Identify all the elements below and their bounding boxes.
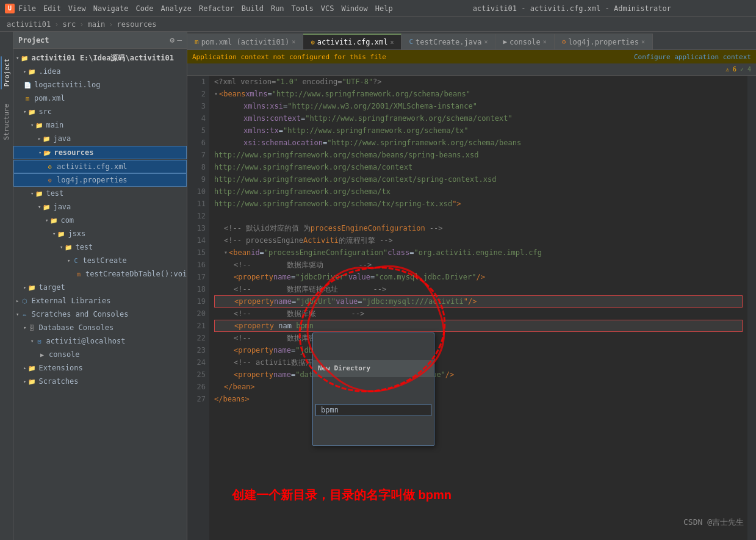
code-line-18: <!-- 数据库链接地址 --> <box>214 283 743 295</box>
tree-label-log4j: log4j.properties <box>57 176 128 184</box>
tree-label-method: testCreateDbTable():void <box>85 270 187 278</box>
sidebar-icon-collapse[interactable]: — <box>177 35 182 45</box>
menu-refactor[interactable]: Refactor <box>199 4 234 13</box>
badge-warnings: ⚠ 6 <box>725 66 736 73</box>
tree-item-java-main[interactable]: ▸ 📁 java <box>13 132 187 145</box>
warning-message: Application context not configured for t… <box>192 53 386 61</box>
tab-label-console: console <box>509 38 541 46</box>
tab-label-cfg: activiti.cfg.xml <box>317 38 388 46</box>
folder-icon-java-main: 📁 <box>42 134 51 143</box>
tree-item-scratches[interactable]: ▾ ✏ Scratches and Consoles <box>13 308 187 321</box>
code-line-22: <!-- 数据库密码 --> <box>214 332 743 344</box>
tab-close-console[interactable]: × <box>543 38 547 45</box>
vtab-project[interactable]: Project <box>1 56 12 89</box>
tab-activiti-cfg[interactable]: ⚙ activiti.cfg.xml × <box>303 34 401 49</box>
tree-item-db-consoles[interactable]: ▾ 🗄 Database Consoles <box>13 321 187 334</box>
sidebar-icons[interactable]: ⚙ — <box>170 35 182 45</box>
tab-console[interactable]: ▶ console × <box>495 34 554 49</box>
tab-close-cfg[interactable]: × <box>390 39 394 46</box>
tree-item-scratches-sub[interactable]: ▸ 📁 Scratches <box>13 375 187 388</box>
tree-item-extensions[interactable]: ▸ 📁 Extensions <box>13 361 187 375</box>
sidebar-title: Project <box>18 36 170 45</box>
new-directory-input[interactable] <box>321 406 426 414</box>
menu-window[interactable]: Window <box>341 4 367 13</box>
tree-item-log[interactable]: 📄 logactiviti.log <box>13 78 187 92</box>
code-line-24: <!-- activiti数据库表处理策略 --> <box>214 356 743 369</box>
sidebar-icon-gear[interactable]: ⚙ <box>170 35 175 45</box>
menu-bar[interactable]: File Edit View Navigate Code Analyze Ref… <box>18 4 393 13</box>
warning-bar: Application context not configured for t… <box>187 50 756 63</box>
scratches-icon: ✏ <box>20 310 29 319</box>
tab-icon-log4j: ⚙ <box>562 38 566 46</box>
arrow-jsxs: ▾ <box>52 231 56 237</box>
code-content[interactable]: <?xml version="1.0" encoding="UTF-8"?> ▾… <box>209 76 747 540</box>
breadcrumb-part4[interactable]: resources <box>117 20 157 29</box>
menu-build[interactable]: Build <box>242 4 264 13</box>
sidebar-tree: ▾ 📁 activiti01 E:\Idea源码\activiti01 ▸ 📁 … <box>13 49 187 540</box>
tab-close-pom[interactable]: × <box>292 38 295 45</box>
menu-code[interactable]: Code <box>136 4 154 13</box>
tree-item-jsxs[interactable]: ▾ 📁 jsxs <box>13 227 187 240</box>
breadcrumb-part3[interactable]: main <box>87 20 105 29</box>
tree-item-root[interactable]: ▾ 📁 activiti01 E:\Idea源码\activiti01 <box>13 51 187 65</box>
tree-item-resources[interactable]: ▾ 📂 resources <box>13 146 187 159</box>
tree-item-target[interactable]: ▸ 📁 target <box>13 281 187 294</box>
arrow-test: ▾ <box>31 190 34 196</box>
tab-close-log4j[interactable]: × <box>641 38 645 45</box>
sidebar: Project ⚙ — ▾ 📁 activiti01 E:\Idea源码\act… <box>13 32 187 540</box>
db-host-icon: ⊡ <box>35 337 43 345</box>
menu-edit[interactable]: Edit <box>43 4 61 13</box>
breadcrumb-part2[interactable]: src <box>62 20 76 29</box>
tree-item-com[interactable]: ▾ 📁 com <box>13 214 187 227</box>
tab-icon-cfg: ⚙ <box>311 38 315 46</box>
tab-bar: m pom.xml (activiti01) × ⚙ activiti.cfg.… <box>187 32 756 50</box>
menu-run[interactable]: Run <box>271 4 284 13</box>
tree-item-java-test[interactable]: ▾ 📁 java <box>13 200 187 214</box>
folder-icon-jsxs: 📁 <box>57 229 65 238</box>
project-icon: 📁 <box>20 54 29 62</box>
code-line-13: <!-- 默认id对应的值 为processEngineConfiguratio… <box>214 222 743 234</box>
tab-testcreate[interactable]: C testCreate.java × <box>401 34 495 49</box>
code-line-2: ▾<beans xmlns="http://www.springframewor… <box>214 88 743 100</box>
code-line-1: <?xml version="1.0" encoding="UTF-8"?> <box>214 76 743 88</box>
ext-lib-icon: ⬡ <box>20 297 29 305</box>
arrow-idea: ▸ <box>23 68 26 74</box>
tree-label-scratches-sub: Scratches <box>38 377 78 386</box>
tree-label-main: main <box>46 121 63 129</box>
code-line-16: <!-- 数据库驱动 --> <box>214 259 743 271</box>
tree-label-com: com <box>60 216 74 225</box>
autocomplete-input-container[interactable] <box>315 404 431 416</box>
tree-item-test[interactable]: ▾ 📁 test <box>13 187 187 200</box>
breadcrumb-part1[interactable]: activiti01 <box>7 20 51 29</box>
code-line-5: xmlns:tx="http://www.springframework.org… <box>214 124 743 137</box>
tree-item-idea[interactable]: ▸ 📁 .idea <box>13 65 187 78</box>
tab-close-testcreate[interactable]: × <box>484 38 488 45</box>
editor-header: ⚠ 6 ✓ 4 <box>187 63 756 76</box>
folder-icon-src: 📁 <box>27 107 36 116</box>
tree-item-activiti-cfg[interactable]: ⚙ activiti.cfg.xml <box>13 160 187 173</box>
menu-vcs[interactable]: VCS <box>321 4 334 13</box>
menu-navigate[interactable]: Navigate <box>93 4 129 13</box>
tab-log4j[interactable]: ⚙ log4j.properties × <box>555 34 653 49</box>
tree-item-ext-lib[interactable]: ▸ ⬡ External Libraries <box>13 294 187 308</box>
tree-label-ext-lib: External Libraries <box>31 297 110 305</box>
tree-item-src[interactable]: ▾ 📁 src <box>13 105 187 118</box>
menu-view[interactable]: View <box>68 4 86 13</box>
menu-file[interactable]: File <box>18 4 36 13</box>
menu-analyze[interactable]: Analyze <box>160 4 192 13</box>
tab-pom[interactable]: m pom.xml (activiti01) × <box>187 34 303 49</box>
menu-help[interactable]: Help <box>375 4 393 13</box>
vtab-structure[interactable]: Structure <box>1 101 12 143</box>
tree-item-console[interactable]: ▶ console <box>13 348 187 361</box>
code-line-14: <!-- processEngine Activiti的流程引擎 --> <box>214 234 743 247</box>
tree-item-pom[interactable]: m pom.xml <box>13 92 187 105</box>
tree-item-test-sub[interactable]: ▾ 📁 test <box>13 240 187 254</box>
tree-item-log4j[interactable]: ⚙ log4j.properties <box>13 173 187 187</box>
db-consoles-icon: 🗄 <box>27 323 36 332</box>
menu-tools[interactable]: Tools <box>292 4 314 13</box>
tree-item-main[interactable]: ▾ 📁 main <box>13 118 187 132</box>
tree-item-method[interactable]: m testCreateDbTable():void <box>13 267 187 281</box>
configure-link[interactable]: Configure application context <box>634 53 751 61</box>
tree-item-testcreate[interactable]: ▾ C testCreate <box>13 254 187 267</box>
tree-item-db-host[interactable]: ▾ ⊡ activiti@localhost <box>13 334 187 348</box>
